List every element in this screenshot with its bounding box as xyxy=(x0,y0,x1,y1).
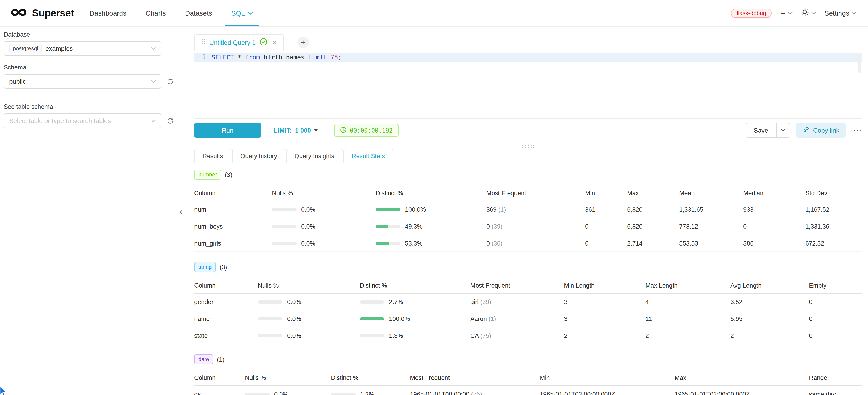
min-cell: 0 xyxy=(585,223,627,230)
table-header: Column Nulls % Distinct % Most Frequent … xyxy=(194,185,862,201)
type-badge-number: number xyxy=(194,170,221,180)
most-frequent-cell: 0 (39) xyxy=(486,223,585,230)
column-name: gender xyxy=(194,298,258,305)
editor-active-line[interactable]: 1 SELECT * from birth_names limit 75 ; xyxy=(194,53,862,62)
column-name: num_girls xyxy=(194,240,272,247)
table-row: num 0.0% 100.0% 369 (1) 361 6,820 1,331.… xyxy=(194,201,862,218)
nav-item-sql[interactable]: SQL xyxy=(231,0,253,26)
distinct-value: 100.0% xyxy=(405,206,426,213)
pane-resize-handle[interactable] xyxy=(522,144,534,148)
std-dev-cell: 1,167.52 xyxy=(805,206,862,213)
header-column: Column xyxy=(194,282,258,289)
timer-value: 00:00:00.192 xyxy=(350,127,393,134)
std-dev-cell: 672.32 xyxy=(805,240,862,247)
caret-down-icon xyxy=(314,129,318,132)
progress-track xyxy=(376,208,400,211)
query-tab[interactable]: Untitled Query 1 × xyxy=(194,34,284,51)
editor-scrollbar[interactable] xyxy=(859,53,861,73)
header-column: Column xyxy=(194,189,272,196)
chevron-down-icon xyxy=(151,119,156,122)
theme-toggle[interactable] xyxy=(801,8,816,18)
query-timer: 00:00:00.192 xyxy=(334,124,399,137)
nav-item-charts[interactable]: Charts xyxy=(146,0,166,26)
close-tab-icon[interactable]: × xyxy=(272,39,277,46)
median-cell: 933 xyxy=(743,206,805,213)
max-length-cell: 2 xyxy=(645,332,731,339)
limit-dropdown[interactable]: LIMIT: 1 000 xyxy=(274,127,318,134)
check-circle-icon xyxy=(259,38,268,47)
nav-item-datasets[interactable]: Datasets xyxy=(185,0,212,26)
refresh-tables-button[interactable] xyxy=(167,117,174,124)
header-nulls: Nulls % xyxy=(272,189,376,196)
avg-length-cell: 3.52 xyxy=(731,298,809,305)
progress-track xyxy=(376,242,400,245)
tab-result-stats[interactable]: Result Stats xyxy=(343,149,393,163)
table-row: num_girls 0.0% 53.3% 0 (36) 0 2,714 553.… xyxy=(194,235,862,252)
header-most-frequent: Most Frequent xyxy=(470,282,564,289)
distinct-value: 53.3% xyxy=(405,240,423,247)
schema-value: public xyxy=(9,78,26,85)
save-dropdown-button[interactable] xyxy=(776,123,790,138)
new-item-button[interactable]: + xyxy=(780,8,792,18)
query-tab-title: Untitled Query 1 xyxy=(209,39,255,46)
distinct-cell: 2.7% xyxy=(360,298,470,305)
tab-query-insights[interactable]: Query Insights xyxy=(286,149,343,163)
date-section: date (1) Column Nulls % Distinct % Most … xyxy=(194,354,862,395)
tab-query-history[interactable]: Query history xyxy=(232,149,285,163)
table-row: state 0.0% 1.3% CA (75) 2 2 2 xyxy=(194,327,862,344)
copy-link-button[interactable]: Copy link xyxy=(796,123,846,138)
max-cell: 6,820 xyxy=(627,223,679,230)
mouse-cursor xyxy=(0,386,8,395)
more-options-button[interactable]: ... xyxy=(854,127,862,133)
max-cell: 6,820 xyxy=(627,206,679,213)
schema-select[interactable]: public xyxy=(4,74,161,89)
superset-logo[interactable]: Superset xyxy=(10,0,74,26)
range-cell: same day xyxy=(809,391,862,395)
superset-sql-lab: Superset Dashboards Charts Datasets SQL … xyxy=(0,0,868,395)
header-most-frequent: Most Frequent xyxy=(486,189,585,196)
nulls-value: 0.0% xyxy=(301,206,315,213)
add-tab-button[interactable]: + xyxy=(297,37,309,48)
type-badge-date: date xyxy=(194,354,213,364)
tab-results[interactable]: Results xyxy=(194,149,231,163)
chevron-down-icon xyxy=(851,12,856,14)
nulls-value: 0.0% xyxy=(287,315,301,322)
run-button[interactable]: Run xyxy=(194,123,261,138)
column-name: num xyxy=(194,206,272,213)
progress-track xyxy=(258,317,282,320)
sqllab-left-panel: Database postgresql examples Schema publ… xyxy=(0,27,182,395)
nav-item-dashboards[interactable]: Dashboards xyxy=(90,0,127,26)
drag-grip-icon[interactable] xyxy=(201,38,205,47)
sun-icon xyxy=(801,8,809,18)
database-select[interactable]: postgresql examples xyxy=(4,41,161,56)
most-frequent-cell: CA (75) xyxy=(470,332,564,339)
sql-editor[interactable]: 1 SELECT * from birth_names limit 75 ; xyxy=(194,51,862,119)
refresh-schemas-button[interactable] xyxy=(167,78,174,85)
header-nulls: Nulls % xyxy=(258,282,360,289)
table-select[interactable]: Select table or type to search tables xyxy=(4,113,161,128)
max-cell: 2,714 xyxy=(627,240,679,247)
progress-track xyxy=(360,317,384,320)
most-frequent-cell: 0 (36) xyxy=(486,240,585,247)
database-value: examples xyxy=(45,45,73,52)
max-cell: 1965-01-01T03:00:00.000Z xyxy=(675,391,809,395)
nulls-cell: 0.0% xyxy=(258,298,360,305)
table-header: Column Nulls % Distinct % Most Frequent … xyxy=(194,277,862,294)
header-std-dev: Std Dev xyxy=(805,189,862,196)
clock-icon xyxy=(340,126,347,134)
sql-token: SELECT xyxy=(212,53,234,62)
sql-token: ; xyxy=(338,53,342,62)
progress-track xyxy=(245,393,270,395)
header-max: Max xyxy=(627,189,679,196)
navbar-right: flask-debug + Settings xyxy=(731,0,856,26)
settings-menu[interactable]: Settings xyxy=(825,9,856,17)
column-name: num_boys xyxy=(194,223,272,230)
progress-track xyxy=(360,300,384,303)
header-column: Column xyxy=(194,374,245,381)
toolbar-right: Save Copy link ... xyxy=(745,123,862,138)
column-name: name xyxy=(194,315,258,322)
most-frequent-cell: Aaron (1) xyxy=(470,315,564,322)
column-count: (1) xyxy=(217,356,224,363)
save-button[interactable]: Save xyxy=(745,123,777,138)
min-length-cell: 2 xyxy=(564,332,645,339)
